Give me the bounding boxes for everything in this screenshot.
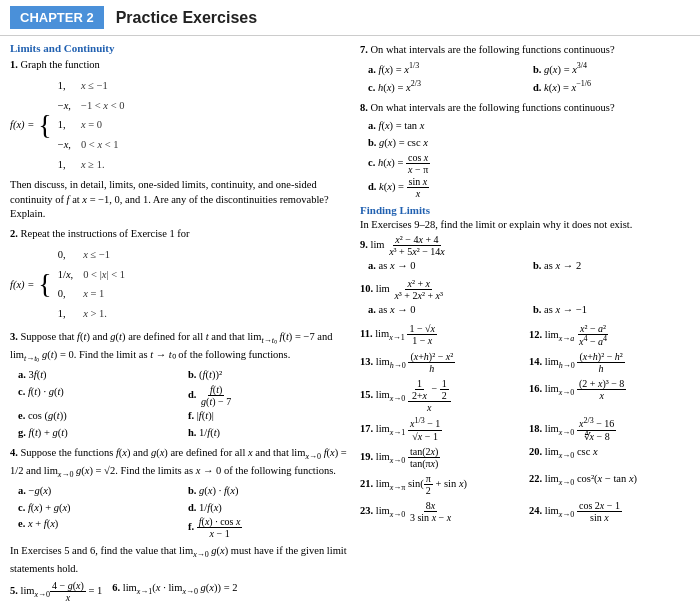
piecewise-brace-2: { <box>38 270 51 298</box>
finding-limits-title: Finding Limits <box>360 204 690 216</box>
p3g: g. f(t) + g(t) <box>18 425 180 441</box>
p3f: f. |f(t)| <box>188 408 350 424</box>
problem-1-num: 1. <box>10 59 18 70</box>
p3d: d. f(t)g(t) − 7 <box>188 384 350 407</box>
p7c: c. h(x) = x2/3 <box>368 78 525 95</box>
problem-14: 14. limh→0 (x+h)² − h²h <box>529 351 690 374</box>
p8b: b. g(x) = csc x <box>368 135 690 151</box>
p4d: d. 1/f(x) <box>188 500 350 516</box>
problem-22: 22. limx→0 cos²(x − tan x) <box>529 473 690 496</box>
left-column: Limits and Continuity 1. Graph the funct… <box>10 42 350 607</box>
p7b: b. g(x) = x3/4 <box>533 60 690 77</box>
p3h: h. 1/f(t) <box>188 425 350 441</box>
problem-19: 19. limx→0 tan(2x)tan(πx) <box>360 446 521 469</box>
problem-4-parts: a. −g(x) b. g(x) · f(x) c. f(x) + g(x) d… <box>18 483 350 540</box>
p9b: b. as x → 2 <box>533 258 690 274</box>
problem-4-text: Suppose the functions f(x) and g(x) are … <box>10 447 347 476</box>
problem-20: 20. limx→0 csc x <box>529 446 690 469</box>
problem-2-num: 2. <box>10 228 18 239</box>
page-header: CHAPTER 2 Practice Exercises <box>0 0 700 36</box>
piecewise-table-1: 1,x ≤ −1 −x,−1 < x < 0 1,x = 0 −x,0 < x … <box>56 75 127 176</box>
p8-num: 8. <box>360 102 368 113</box>
page-container: CHAPTER 2 Practice Exercises Limits and … <box>0 0 700 612</box>
p7a: a. f(x) = x1/3 <box>368 60 525 77</box>
problem-8: 8. On what intervals are the following f… <box>360 100 690 198</box>
problem-18: 18. limx→0 x2/3 − 16∜x − 8 <box>529 417 690 441</box>
piecewise-table-2: 0,x ≤ −1 1/x,0 < |x| < 1 0,x = 1 1,x > 1… <box>56 244 127 325</box>
p9-parts: a. as x → 0 b. as x → 2 <box>368 258 690 274</box>
p3a: a. 3f(t) <box>18 367 180 383</box>
problem-2: 2. Repeat the instructions of Exercise 1… <box>10 226 350 325</box>
p4c: c. f(x) + g(x) <box>18 500 180 516</box>
p10a: a. as x → 0 <box>368 302 525 318</box>
problem-2-text: Repeat the instructions of Exercise 1 fo… <box>21 228 190 239</box>
p4f: f. f(x) · cos xx − 1 <box>188 516 350 539</box>
p4a: a. −g(x) <box>18 483 180 499</box>
problem-9: 9. lim x² − 4x + 4x³ + 5x² − 14x a. as x… <box>360 234 690 274</box>
p7-parts: a. f(x) = x1/3 b. g(x) = x3/4 c. h(x) = … <box>368 60 690 96</box>
fx-label-2: f(x) = <box>10 277 34 293</box>
problem-11: 11. limx→1 1 − √x1 − x <box>360 323 521 347</box>
problem-17: 17. limx→1 x1/3 − 1√x − 1 <box>360 417 521 441</box>
main-content: Limits and Continuity 1. Graph the funct… <box>0 36 700 612</box>
problem-16: 16. limx→0 (2 + x)³ − 8x <box>529 378 690 413</box>
section-title-limits: Limits and Continuity <box>10 42 350 54</box>
p9a: a. as x → 0 <box>368 258 525 274</box>
problem-12: 12. limx→a x² − a²x4 − a4 <box>529 323 690 347</box>
problem-4: 4. Suppose the functions f(x) and g(x) a… <box>10 445 350 540</box>
p3b: b. (f(t))² <box>188 367 350 383</box>
problem-5: 5. limx→04 − g(x)x = 1 <box>10 580 102 603</box>
problem-4-num: 4. <box>10 447 18 458</box>
problem-23: 23. limx→0 8x3 sin x − x <box>360 500 521 523</box>
p4b: b. g(x) · f(x) <box>188 483 350 499</box>
problem-1: 1. Graph the function f(x) = { 1,x ≤ −1 … <box>10 57 350 222</box>
p3c: c. f(t) · g(t) <box>18 384 180 407</box>
piecewise-brace-1: { <box>38 111 51 139</box>
right-column: 7. On what intervals are the following f… <box>360 42 690 607</box>
p10-parts: a. as x → 0 b. as x → −1 <box>368 302 690 318</box>
problem-3-parts: a. 3f(t) b. (f(t))² c. f(t) · g(t) d. f(… <box>18 367 350 440</box>
problem-13: 13. limh→0 (x+h)² − x²h <box>360 351 521 374</box>
problem-10: 10. lim x² + xx³ + 2x² + x³ a. as x → 0 … <box>360 278 690 318</box>
problem-6: 6. limx→1(x · limx→0 g(x)) = 2 <box>112 580 237 603</box>
problem-1-text: Graph the function <box>21 59 100 70</box>
p7d: d. k(x) = x−1/6 <box>533 78 690 95</box>
p7-text: On what intervals are the following func… <box>371 44 615 55</box>
problem-7: 7. On what intervals are the following f… <box>360 42 690 95</box>
p4e: e. x + f(x) <box>18 516 180 539</box>
problems-5-6: In Exercises 5 and 6, find the value tha… <box>10 543 350 603</box>
problem-3-text: Suppose that f(t) and g(t) are defined f… <box>10 331 333 360</box>
problem-1-after: Then discuss, in detail, limits, one-sid… <box>10 178 350 222</box>
problem-21: 21. limx→π sin(π2 + sin x) <box>360 473 521 496</box>
p7-num: 7. <box>360 44 368 55</box>
p8d: d. k(x) = sin xx <box>368 176 690 199</box>
problem-15: 15. limx→0 12+x − 12x <box>360 378 521 413</box>
problem-3-num: 3. <box>10 331 18 342</box>
problems-5-6-intro: In Exercises 5 and 6, find the value tha… <box>10 543 350 577</box>
page-title: Practice Exercises <box>116 9 257 27</box>
p10b: b. as x → −1 <box>533 302 690 318</box>
chapter-badge: CHAPTER 2 <box>10 6 104 29</box>
p8-text: On what intervals are the following func… <box>371 102 615 113</box>
problem-3: 3. Suppose that f(t) and g(t) are define… <box>10 329 350 440</box>
finding-limits-sub: In Exercises 9–28, find the limit or exp… <box>360 219 690 230</box>
fx-label-1: f(x) = <box>10 117 34 133</box>
p8a: a. f(x) = tan x <box>368 118 690 134</box>
p3e: e. cos (g(t)) <box>18 408 180 424</box>
p8c: c. h(x) = cos xx − π <box>368 152 690 175</box>
problem-24: 24. limx→0 cos 2x − 1sin x <box>529 500 690 523</box>
